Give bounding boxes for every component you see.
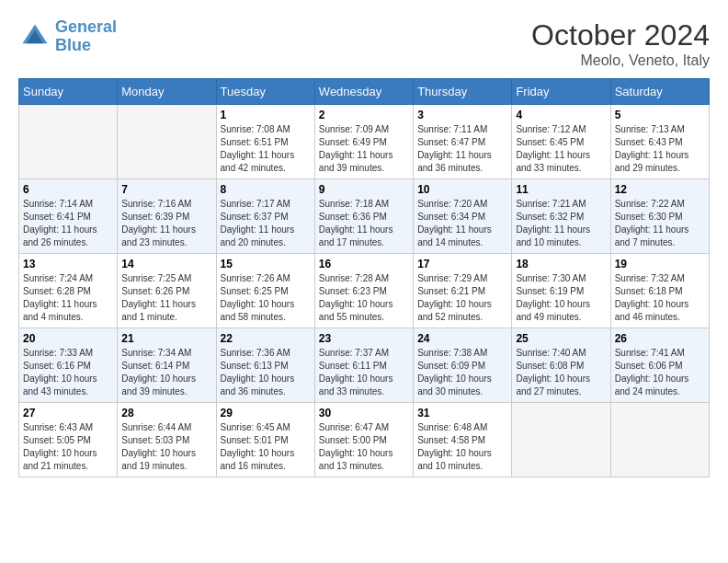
logo-text: General Blue <box>55 18 117 55</box>
day-number: 3 <box>417 109 507 121</box>
month-title: October 2024 <box>531 18 710 52</box>
weekday-header-row: SundayMondayTuesdayWednesdayThursdayFrid… <box>19 79 710 105</box>
day-number: 17 <box>417 258 507 270</box>
day-number: 27 <box>23 407 113 419</box>
day-info: Sunrise: 7:41 AM Sunset: 6:06 PM Dayligh… <box>615 347 705 398</box>
weekday-header: Sunday <box>19 79 118 105</box>
day-info: Sunrise: 7:30 AM Sunset: 6:19 PM Dayligh… <box>516 272 606 324</box>
day-info: Sunrise: 7:36 AM Sunset: 6:13 PM Dayligh… <box>221 347 311 398</box>
calendar-cell: 24Sunrise: 7:38 AM Sunset: 6:09 PM Dayli… <box>414 328 512 403</box>
calendar-cell: 2Sunrise: 7:09 AM Sunset: 6:49 PM Daylig… <box>314 105 413 179</box>
page-header: General Blue October 2024 Meolo, Veneto,… <box>18 18 710 69</box>
calendar-cell: 17Sunrise: 7:29 AM Sunset: 6:21 PM Dayli… <box>414 254 512 328</box>
day-info: Sunrise: 7:22 AM Sunset: 6:30 PM Dayligh… <box>615 198 705 249</box>
calendar-cell: 11Sunrise: 7:21 AM Sunset: 6:32 PM Dayli… <box>512 179 610 254</box>
calendar-cell: 8Sunrise: 7:17 AM Sunset: 6:37 PM Daylig… <box>216 179 314 254</box>
day-info: Sunrise: 7:38 AM Sunset: 6:09 PM Dayligh… <box>417 347 507 398</box>
day-info: Sunrise: 7:26 AM Sunset: 6:25 PM Dayligh… <box>221 272 311 324</box>
day-number: 20 <box>23 332 113 345</box>
day-info: Sunrise: 7:24 AM Sunset: 6:28 PM Dayligh… <box>23 272 113 324</box>
calendar-cell: 4Sunrise: 7:12 AM Sunset: 6:45 PM Daylig… <box>512 105 610 179</box>
day-number: 13 <box>23 258 113 270</box>
weekday-header: Friday <box>512 79 610 105</box>
day-number: 21 <box>121 332 211 345</box>
weekday-header: Thursday <box>414 79 512 105</box>
day-info: Sunrise: 7:21 AM Sunset: 6:32 PM Dayligh… <box>516 198 606 249</box>
calendar-cell <box>19 105 118 179</box>
calendar-cell: 15Sunrise: 7:26 AM Sunset: 6:25 PM Dayli… <box>216 254 314 328</box>
calendar-cell: 14Sunrise: 7:25 AM Sunset: 6:26 PM Dayli… <box>118 254 216 328</box>
day-info: Sunrise: 7:28 AM Sunset: 6:23 PM Dayligh… <box>319 272 409 324</box>
day-info: Sunrise: 7:32 AM Sunset: 6:18 PM Dayligh… <box>615 272 705 324</box>
day-number: 30 <box>319 407 409 419</box>
logo-icon <box>18 20 51 53</box>
logo-line1: General <box>55 17 117 36</box>
day-info: Sunrise: 7:20 AM Sunset: 6:34 PM Dayligh… <box>417 198 507 249</box>
day-number: 24 <box>417 332 507 345</box>
day-number: 6 <box>23 183 113 196</box>
day-number: 16 <box>319 258 409 270</box>
day-info: Sunrise: 7:33 AM Sunset: 6:16 PM Dayligh… <box>23 347 113 398</box>
calendar-cell: 16Sunrise: 7:28 AM Sunset: 6:23 PM Dayli… <box>314 254 413 328</box>
day-number: 7 <box>121 183 211 196</box>
calendar-cell <box>118 105 216 179</box>
calendar-cell: 1Sunrise: 7:08 AM Sunset: 6:51 PM Daylig… <box>216 105 314 179</box>
day-number: 4 <box>516 109 606 121</box>
calendar-cell: 3Sunrise: 7:11 AM Sunset: 6:47 PM Daylig… <box>414 105 512 179</box>
calendar-cell: 28Sunrise: 6:44 AM Sunset: 5:03 PM Dayli… <box>118 403 216 477</box>
day-info: Sunrise: 6:44 AM Sunset: 5:03 PM Dayligh… <box>121 421 211 473</box>
calendar-week-row: 1Sunrise: 7:08 AM Sunset: 6:51 PM Daylig… <box>19 105 710 179</box>
calendar-cell: 13Sunrise: 7:24 AM Sunset: 6:28 PM Dayli… <box>19 254 118 328</box>
day-info: Sunrise: 7:12 AM Sunset: 6:45 PM Dayligh… <box>516 123 606 175</box>
day-number: 29 <box>221 407 311 419</box>
day-info: Sunrise: 7:40 AM Sunset: 6:08 PM Dayligh… <box>516 347 606 398</box>
day-number: 1 <box>221 109 311 121</box>
calendar-cell: 18Sunrise: 7:30 AM Sunset: 6:19 PM Dayli… <box>512 254 610 328</box>
calendar-cell <box>610 403 709 477</box>
calendar-cell: 7Sunrise: 7:16 AM Sunset: 6:39 PM Daylig… <box>118 179 216 254</box>
calendar-week-row: 13Sunrise: 7:24 AM Sunset: 6:28 PM Dayli… <box>19 254 710 328</box>
weekday-header: Tuesday <box>216 79 314 105</box>
calendar-cell: 19Sunrise: 7:32 AM Sunset: 6:18 PM Dayli… <box>610 254 709 328</box>
calendar-cell: 5Sunrise: 7:13 AM Sunset: 6:43 PM Daylig… <box>610 105 709 179</box>
day-info: Sunrise: 6:47 AM Sunset: 5:00 PM Dayligh… <box>319 421 409 473</box>
calendar-cell: 6Sunrise: 7:14 AM Sunset: 6:41 PM Daylig… <box>19 179 118 254</box>
day-info: Sunrise: 7:25 AM Sunset: 6:26 PM Dayligh… <box>121 272 211 324</box>
day-number: 15 <box>221 258 311 270</box>
calendar-table: SundayMondayTuesdayWednesdayThursdayFrid… <box>18 78 710 477</box>
logo-line2: Blue <box>55 36 91 54</box>
day-info: Sunrise: 7:14 AM Sunset: 6:41 PM Dayligh… <box>23 198 113 249</box>
day-number: 5 <box>615 109 705 121</box>
day-number: 11 <box>516 183 606 196</box>
day-number: 19 <box>615 258 705 270</box>
weekday-header: Monday <box>118 79 216 105</box>
day-number: 22 <box>221 332 311 345</box>
day-number: 12 <box>615 183 705 196</box>
calendar-week-row: 27Sunrise: 6:43 AM Sunset: 5:05 PM Dayli… <box>19 403 710 477</box>
day-info: Sunrise: 6:43 AM Sunset: 5:05 PM Dayligh… <box>23 421 113 473</box>
day-number: 31 <box>417 407 507 419</box>
day-info: Sunrise: 7:11 AM Sunset: 6:47 PM Dayligh… <box>417 123 507 175</box>
calendar-cell: 10Sunrise: 7:20 AM Sunset: 6:34 PM Dayli… <box>414 179 512 254</box>
day-info: Sunrise: 7:08 AM Sunset: 6:51 PM Dayligh… <box>221 123 311 175</box>
day-number: 2 <box>319 109 409 121</box>
day-info: Sunrise: 6:48 AM Sunset: 4:58 PM Dayligh… <box>417 421 507 473</box>
day-number: 14 <box>121 258 211 270</box>
day-info: Sunrise: 7:37 AM Sunset: 6:11 PM Dayligh… <box>319 347 409 398</box>
calendar-cell: 12Sunrise: 7:22 AM Sunset: 6:30 PM Dayli… <box>610 179 709 254</box>
calendar-cell: 25Sunrise: 7:40 AM Sunset: 6:08 PM Dayli… <box>512 328 610 403</box>
weekday-header: Saturday <box>610 79 709 105</box>
day-number: 28 <box>121 407 211 419</box>
calendar-cell: 23Sunrise: 7:37 AM Sunset: 6:11 PM Dayli… <box>314 328 413 403</box>
calendar-cell: 29Sunrise: 6:45 AM Sunset: 5:01 PM Dayli… <box>216 403 314 477</box>
calendar-week-row: 20Sunrise: 7:33 AM Sunset: 6:16 PM Dayli… <box>19 328 710 403</box>
calendar-cell: 22Sunrise: 7:36 AM Sunset: 6:13 PM Dayli… <box>216 328 314 403</box>
day-number: 9 <box>319 183 409 196</box>
location-title: Meolo, Veneto, Italy <box>531 52 710 69</box>
calendar-cell: 30Sunrise: 6:47 AM Sunset: 5:00 PM Dayli… <box>314 403 413 477</box>
day-info: Sunrise: 7:34 AM Sunset: 6:14 PM Dayligh… <box>121 347 211 398</box>
day-info: Sunrise: 7:17 AM Sunset: 6:37 PM Dayligh… <box>221 198 311 249</box>
day-info: Sunrise: 6:45 AM Sunset: 5:01 PM Dayligh… <box>221 421 311 473</box>
day-number: 25 <box>516 332 606 345</box>
day-info: Sunrise: 7:09 AM Sunset: 6:49 PM Dayligh… <box>319 123 409 175</box>
